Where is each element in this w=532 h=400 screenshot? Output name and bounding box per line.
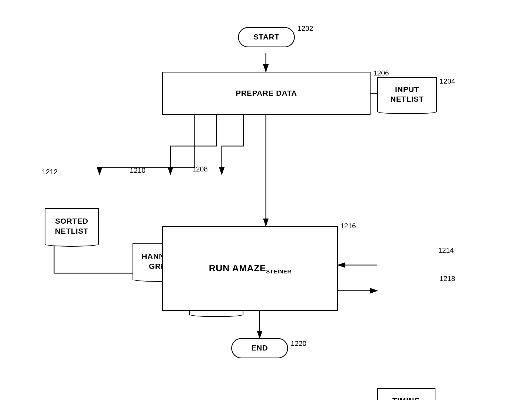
end-ref: 1220 — [291, 339, 306, 348]
hannan-grid-ref: 1210 — [130, 166, 146, 175]
prepare-data-label: PREPARE DATA — [236, 88, 297, 98]
prepare-data-node: PREPARE DATA — [162, 72, 371, 115]
input-netlist-ref: 1204 — [440, 77, 455, 85]
timing-factor-node: TIMING FACTOR — [377, 388, 435, 400]
initial-tree-ref: 1208 — [192, 165, 208, 173]
prepare-data-ref: 1206 — [373, 69, 389, 77]
start-node: START — [238, 27, 295, 47]
run-amaze-ref: 1216 — [340, 222, 356, 230]
sorted-netlist-label: SORTED NETLIST — [55, 216, 88, 236]
sorted-netlist-ref: 1212 — [42, 168, 58, 176]
diagram-container: START 1202 PREPARE DATA 1206 INPUT NETLI… — [0, 0, 532, 400]
timing-factor-label: TIMING FACTOR — [390, 396, 423, 400]
run-amaze-label: RUN AMAZESTEINER — [209, 262, 291, 275]
end-label: END — [251, 343, 268, 353]
input-netlist-node: INPUT NETLIST — [377, 77, 437, 111]
end-node: END — [231, 338, 288, 358]
start-ref: 1202 — [298, 24, 313, 33]
sorted-netlist-node: SORTED NETLIST — [45, 208, 99, 243]
input-netlist-label: INPUT NETLIST — [390, 85, 424, 104]
output-netlist-ref: 1218 — [440, 275, 455, 283]
start-label: START — [253, 32, 279, 42]
timing-factor-ref: 1214 — [438, 246, 454, 254]
run-amaze-node: RUN AMAZESTEINER — [162, 226, 338, 311]
